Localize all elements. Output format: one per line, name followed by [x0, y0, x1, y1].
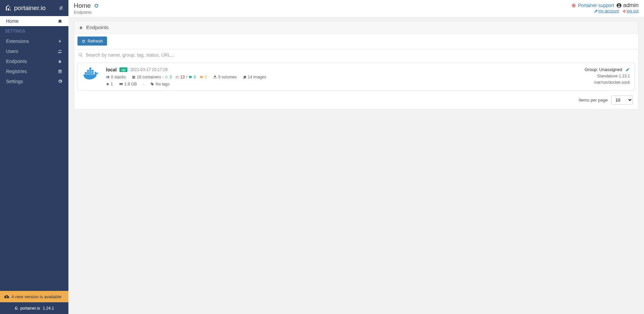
sidebar-item-settings[interactable]: Settings: [0, 76, 68, 86]
cogs-icon: [58, 79, 62, 84]
stat-cpu: 1: [106, 82, 113, 86]
username-text: admin: [623, 2, 639, 9]
refresh-button[interactable]: Refresh: [77, 37, 107, 46]
stat-memory: 1.9 GB: [119, 82, 137, 86]
support-link[interactable]: Portainer support: [578, 3, 614, 8]
svg-rect-2: [89, 72, 91, 74]
update-banner-text: A new version is available: [11, 294, 61, 299]
sync-icon: [82, 39, 86, 43]
items-per-page-select[interactable]: 10: [611, 96, 633, 105]
sidebar-item-users[interactable]: Users: [0, 46, 68, 56]
heartbeat-icon: [189, 75, 192, 79]
sidebar-item-label: Settings: [6, 79, 23, 84]
endpoint-item[interactable]: local up 2021-03-17 20:17:29 0 stacks: [77, 63, 635, 91]
bolt-icon: [58, 39, 62, 44]
collapse-sidebar-icon[interactable]: [58, 5, 64, 11]
sidebar-item-label: Home: [6, 18, 18, 24]
unhealthy-count: 0: [205, 75, 207, 79]
endpoint-socket: /var/run/docker.sock: [594, 80, 630, 85]
sidebar-footer: portainer.io 1.24.1: [0, 302, 68, 314]
status-badge: up: [119, 67, 127, 72]
endpoint-engine: Standalone 1.13.1: [597, 74, 630, 78]
search-input[interactable]: [86, 52, 634, 58]
docker-logo: [83, 67, 101, 86]
svg-rect-3: [92, 72, 94, 74]
svg-rect-5: [89, 70, 91, 72]
microchip-icon: [106, 82, 109, 86]
endpoints-panel: Endpoints Refresh: [74, 21, 639, 110]
cloud-download-icon: [4, 294, 9, 299]
clone-icon: [243, 75, 247, 79]
sidebar-item-endpoints[interactable]: Endpoints: [0, 56, 68, 66]
healthy-count: 0: [194, 75, 196, 79]
sidebar-item-home[interactable]: Home: [0, 16, 68, 26]
running-count: 3: [169, 75, 172, 79]
cubes-icon: [213, 75, 217, 79]
sidebar: portainer.io Home SETTINGS Extensions Us…: [0, 0, 68, 314]
sidebar-item-extensions[interactable]: Extensions: [0, 36, 68, 46]
sidebar-item-registries[interactable]: Registries: [0, 66, 68, 76]
stat-containers: 16 containers - 3 13 / 0: [132, 75, 207, 79]
sidebar-item-label: Extensions: [6, 39, 29, 44]
page-title-row: Home: [74, 2, 99, 9]
stat-images: 14 images: [243, 75, 266, 79]
memory-icon: [119, 82, 123, 86]
endpoint-timestamp: 2021-03-17 20:17:29: [130, 67, 167, 72]
edit-icon[interactable]: [626, 67, 630, 72]
stat-volumes: 5 volumes: [213, 75, 237, 79]
panel-title: Endpoints: [86, 24, 109, 30]
user-menu[interactable]: admin: [616, 2, 639, 9]
sidebar-item-label: Endpoints: [6, 59, 27, 64]
svg-rect-6: [92, 70, 94, 72]
reload-icon[interactable]: [94, 3, 99, 8]
svg-rect-1: [87, 72, 89, 74]
brand-text: portainer.io: [14, 4, 46, 12]
power-on-icon: [165, 75, 168, 79]
stopped-count: 13: [180, 75, 184, 79]
tags-icon: [150, 82, 154, 86]
brand-logo[interactable]: portainer.io: [5, 4, 46, 12]
panel-header: Endpoints: [74, 21, 638, 34]
svg-point-8: [151, 83, 152, 84]
sidebar-section-settings: SETTINGS: [0, 26, 68, 36]
wrench-icon: [594, 9, 598, 13]
stat-separator: -: [143, 82, 144, 86]
lifebuoy-icon: [572, 3, 576, 8]
svg-rect-0: [85, 72, 87, 74]
plug-icon: [79, 25, 84, 30]
users-icon: [58, 49, 62, 54]
svg-rect-7: [89, 68, 91, 70]
svg-rect-4: [87, 70, 89, 72]
home-icon: [58, 19, 62, 23]
topbar: Home Endpoints Portainer support admin: [68, 0, 644, 17]
stat-tags: No tags: [150, 82, 169, 86]
sidebar-item-label: Registries: [6, 69, 27, 74]
sign-out-icon: [622, 9, 626, 13]
search-icon: [78, 53, 83, 57]
footer-version: 1.24.1: [43, 306, 54, 311]
stat-stacks: 0 stacks: [106, 75, 126, 79]
update-banner[interactable]: A new version is available: [0, 291, 68, 302]
logout-link[interactable]: log out: [622, 9, 639, 13]
sidebar-logo-row: portainer.io: [0, 0, 68, 16]
server-icon: [132, 75, 136, 79]
plug-icon: [58, 59, 62, 64]
database-icon: [58, 69, 62, 74]
pagination-row: Items per page 10: [74, 91, 638, 109]
footer-logo: portainer.io: [14, 306, 40, 311]
page-subtitle: Endpoints: [74, 10, 99, 15]
search-row: [74, 49, 638, 61]
heartbeat-warn-icon: [200, 75, 203, 79]
th-list-icon: [106, 75, 110, 79]
my-account-link[interactable]: my account: [594, 9, 619, 13]
main-area: Home Endpoints Portainer support admin: [68, 0, 644, 314]
page-title: Home: [74, 2, 91, 9]
sidebar-nav: Home SETTINGS Extensions Users Endpoints…: [0, 16, 68, 291]
power-off-icon: [175, 75, 179, 79]
endpoint-group: Group: Unassigned: [585, 67, 622, 72]
sidebar-item-label: Users: [6, 49, 18, 54]
items-per-page-label: Items per page: [579, 98, 608, 103]
endpoint-name: local: [106, 67, 117, 72]
